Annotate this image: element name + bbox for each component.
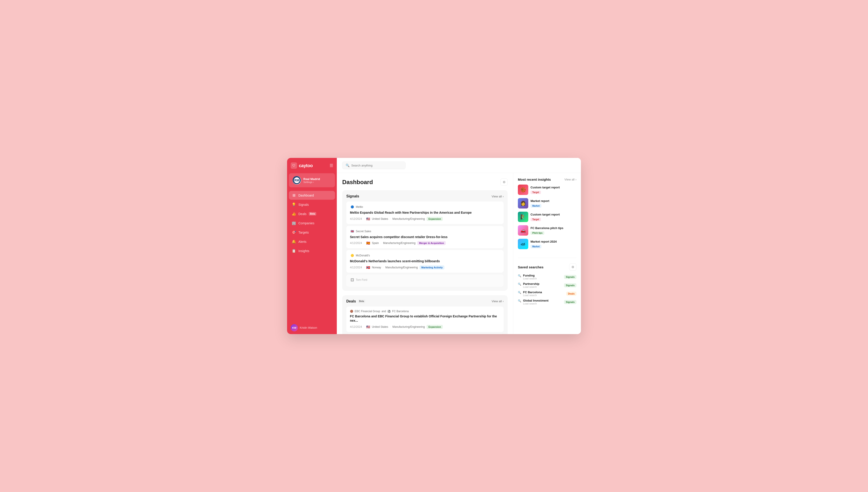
chevron-right-icon: › xyxy=(503,195,503,198)
signal-item[interactable]: 🟡 McDonald's McDonald's Netherlands laun… xyxy=(346,250,503,273)
deal-item[interactable]: 🟤 EBC Financial Group and ⚽ FC Barcelona… xyxy=(346,306,503,332)
insight-tag: Market xyxy=(531,204,541,207)
load-search-link[interactable]: Load search xyxy=(523,277,537,280)
insight-item[interactable]: 👩 Market report Market xyxy=(518,198,577,208)
separator: · xyxy=(364,242,365,244)
sidebar-item-targets[interactable]: 🎯 Targets xyxy=(289,228,335,237)
targets-icon: 🎯 xyxy=(291,230,296,235)
saved-searches-title: Saved searches xyxy=(518,265,543,269)
profile-section[interactable]: RM Real Madrid Settings › xyxy=(289,173,335,187)
insight-item[interactable]: 🏎 Market report 2024 Market xyxy=(518,239,577,249)
sidebar-item-label: Insights xyxy=(298,249,309,253)
signal-tag: Expansion xyxy=(426,217,443,221)
search-icon: 🔍 xyxy=(518,299,521,302)
country-name: Norway xyxy=(372,266,381,269)
settings-link[interactable]: Settings › xyxy=(303,181,320,183)
country-flag: 🇺🇸 xyxy=(366,217,370,221)
saved-searches-settings-button[interactable]: ⚙ xyxy=(569,263,577,271)
saved-search-content: FC Barcelona Load search xyxy=(523,291,542,297)
dashboard-main: Dashboard ⚙ Signals View all › xyxy=(337,173,513,334)
dashboard-settings-button[interactable]: ⚙ xyxy=(500,178,508,186)
svg-text:RM: RM xyxy=(294,178,299,182)
right-panel: Most recent insights View all › 🏀 Custom… xyxy=(513,173,581,334)
deal-date: 4/12/2024 xyxy=(350,325,362,328)
signals-view-all-button[interactable]: View all › xyxy=(492,195,503,198)
deals-title-group: Deals Beta xyxy=(346,299,365,303)
sidebar-item-insights[interactable]: 📋 Insights xyxy=(289,246,335,255)
signal-meta: 4/12/2024 · 🇺🇸 United States · Manufactu… xyxy=(350,217,500,221)
deal-item[interactable]: 🟤 EBC Financial Group and ⚽ FC Barcelona xyxy=(346,334,503,334)
page-title: Dashboard xyxy=(342,179,373,186)
chevron-right-icon: › xyxy=(576,178,577,181)
sidebar-header: 🛡 caytoo ☰ xyxy=(287,158,337,173)
user-name: Kristin Watson xyxy=(300,326,317,329)
insight-item[interactable]: 🏀 Custom target report Target xyxy=(518,184,577,195)
saved-search-name: FC Barcelona xyxy=(523,291,542,294)
dashboard-area: Dashboard ⚙ Signals View all › xyxy=(337,173,581,334)
insights-view-all-button[interactable]: View all › xyxy=(564,178,577,181)
search-bar[interactable]: 🔍 xyxy=(342,162,405,169)
sidebar-item-companies[interactable]: 🏢 Companies xyxy=(289,219,335,227)
logo-icon: 🛡 xyxy=(291,163,297,169)
saved-search-left: 🔍 Global Investment Load search xyxy=(518,299,564,305)
sidebar-item-signals[interactable]: 💡 Signals xyxy=(289,200,335,209)
country-name: United States xyxy=(372,217,388,220)
signal-company: 🟡 McDonald's xyxy=(350,253,500,258)
sidebar-item-dashboard[interactable]: ⊞ Dashboard xyxy=(289,191,335,200)
insight-name: Market report 2024 xyxy=(531,240,557,243)
signal-tag: Merger & Acquisition xyxy=(417,241,446,245)
company-logo: 🟡 xyxy=(350,253,354,258)
load-search-link[interactable]: Load search xyxy=(523,302,548,305)
sidebar-item-alerts[interactable]: 🔔 Alerts xyxy=(289,237,335,246)
signal-item[interactable]: 🔵 Meltio Meltio Expands Global Reach wit… xyxy=(346,201,503,224)
signal-company: 🔲 Tom Ford xyxy=(350,278,500,282)
signals-card-header: Signals View all › xyxy=(346,194,503,198)
saved-search-content: Global Investment Load search xyxy=(523,299,548,305)
insight-info: Custom target report Target xyxy=(531,213,560,221)
signal-title: Secret Sales acquires competitor discoun… xyxy=(350,235,500,240)
view-all-label: View all xyxy=(492,195,502,198)
deals-card: Deals Beta View all › 🟤 EBC Financial Gr… xyxy=(342,295,508,334)
signal-company: 🔵 Meltio xyxy=(350,205,500,209)
separator: · xyxy=(364,218,365,220)
saved-search-tag: Signals xyxy=(564,300,577,304)
company-logo: 🔲 xyxy=(350,278,354,282)
deals-view-all-button[interactable]: View all › xyxy=(492,299,503,303)
sidebar-item-label: Companies xyxy=(298,221,314,225)
deals-badge: Beta xyxy=(309,212,316,216)
signal-item[interactable]: 🇬🇧 Secret Sales Secret Sales acquires co… xyxy=(346,226,503,248)
sidebar-item-deals[interactable]: 👍 Deals Beta xyxy=(289,210,335,218)
alerts-icon: 🔔 xyxy=(291,240,296,244)
insight-item[interactable]: 🚗 FC Barcelona pitch tips Pitch tips xyxy=(518,225,577,236)
insights-header: Most recent insights View all › xyxy=(518,177,577,181)
saved-search-tag: Signals xyxy=(564,275,577,279)
insight-item[interactable]: 🧗 Custom target report Target xyxy=(518,212,577,222)
insight-thumbnail: 🏎 xyxy=(518,239,528,249)
company-name: Tom Ford xyxy=(356,278,367,281)
company-name: EBC Financial Group xyxy=(355,310,380,313)
insight-info: Market report 2024 Market xyxy=(531,240,557,248)
signals-card: Signals View all › 🔵 Meltio Meltio Expan… xyxy=(342,190,508,291)
load-search-link[interactable]: Load search xyxy=(523,294,542,297)
load-search-link[interactable]: Load search xyxy=(523,286,539,288)
signal-date: 4/12/2024 xyxy=(350,242,362,245)
dashboard-header: Dashboard ⚙ xyxy=(342,178,508,186)
company-logo: 🔵 xyxy=(350,205,354,209)
country-name: United States xyxy=(372,325,388,328)
separator: · xyxy=(364,266,365,269)
hamburger-button[interactable]: ☰ xyxy=(330,163,333,168)
insight-tag: Target xyxy=(531,218,541,221)
signal-item[interactable]: 🔲 Tom Ford xyxy=(346,274,503,287)
profile-name: Real Madrid xyxy=(303,177,320,181)
search-input[interactable] xyxy=(351,164,402,167)
nav-items: ⊞ Dashboard 💡 Signals 👍 Deals Beta 🏢 Com… xyxy=(287,189,337,321)
insight-tag: Pitch tips xyxy=(531,231,544,235)
deal-title: FC Barcelona and EBC Financial Group to … xyxy=(350,314,500,323)
search-icon: 🔍 xyxy=(518,291,521,294)
insight-thumbnail: 🚗 xyxy=(518,225,528,236)
avatar: RM xyxy=(292,176,301,184)
company-name: Meltio xyxy=(356,205,363,208)
logo-area: 🛡 caytoo xyxy=(291,163,313,169)
saved-search-content: Funding Load search xyxy=(523,274,537,280)
saved-search-left: 🔍 FC Barcelona Load search xyxy=(518,291,566,297)
